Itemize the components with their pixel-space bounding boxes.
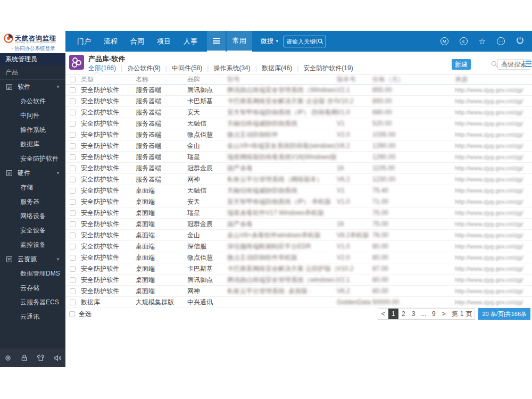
pinned-tab-common[interactable]: 常用 [227, 31, 252, 52]
cell-source-link-blurred[interactable]: http://www.zjyg.gov.cn/zjg/ [455, 265, 532, 272]
sidebar-item-办公软件[interactable]: 办公软件 [0, 94, 65, 109]
table-row[interactable]: 安全防护软件服务器端冠群金辰国产杀毒161105.00http://www.zj… [65, 163, 532, 174]
page-button-9[interactable]: 9 [429, 309, 439, 319]
row-checkbox[interactable] [70, 199, 76, 205]
m-circle-icon[interactable]: M [440, 37, 448, 45]
table-row[interactable]: 安全防护软件桌面端安天安天智甲终端防御系统（IP）·单机版V1.071.00ht… [65, 196, 532, 207]
sidebar-item-服务器[interactable]: 服务器 [0, 195, 65, 209]
page-button-2[interactable]: 2 [398, 309, 409, 319]
cell-source-link-blurred[interactable]: http://www.zjyg.gov.cn/zjg/ [455, 176, 532, 182]
nav-item-人事[interactable]: 人事 [179, 37, 202, 46]
table-row[interactable]: 安全防护软件服务器端腾讯御点腾讯御点终端安全管理系统（Windows版）V2.1… [65, 85, 532, 96]
sidebar-item-云通讯[interactable]: 云通讯 [0, 310, 65, 324]
row-checkbox[interactable] [70, 221, 76, 227]
current-role-label[interactable]: 系统管理员 [0, 53, 65, 65]
table-row[interactable]: 安全防护软件服务器端金山金山V8+终端安全系统防病毒(windows)网络版本V… [65, 140, 532, 152]
row-checkbox[interactable] [70, 110, 76, 115]
menu-hamburger-tab[interactable] [207, 31, 226, 52]
cell-source-link-blurred[interactable]: http://www.zjyg.gov.cn/zjg/ [455, 254, 532, 261]
row-checkbox[interactable] [70, 277, 76, 283]
nav-item-流程[interactable]: 流程 [99, 37, 122, 46]
sidebar-group-软件[interactable]: 软件▼ [0, 80, 65, 94]
row-checkbox[interactable] [70, 121, 76, 127]
tab-办公软件(9)[interactable]: 办公软件(9) [127, 64, 161, 73]
tab-全部(166)[interactable]: 全部(166) [88, 64, 116, 73]
sidebar-item-中间件[interactable]: 中间件 [0, 109, 65, 123]
table-row[interactable]: 安全防护软件服务器端卡巴斯基卡巴斯基网络安全解决方案·企业版 含中区服务器2年,… [65, 96, 532, 107]
table-row[interactable]: 安全防护软件服务器端网神私有云平台管理系统（网络版本）V6.21230.00ht… [65, 174, 532, 185]
tab-操作系统(34)[interactable]: 操作系统(34) [213, 64, 250, 73]
prev-page-button[interactable]: < [378, 309, 388, 319]
header-checkbox[interactable] [70, 77, 76, 82]
sidebar-item-云存储[interactable]: 云存储 [0, 281, 65, 295]
cell-source-link-blurred[interactable]: http://www.zjyg.gov.cn/zjg/ [455, 288, 532, 294]
cell-source-link-blurred[interactable]: http://www.zjyg.gov.cn/zjg/ [455, 143, 532, 149]
table-row[interactable]: 安全防护软件桌面端天融信天融信终端威胁防御系统V175.40http://www… [65, 185, 532, 196]
next-page-button[interactable]: > [439, 309, 449, 319]
row-checkbox[interactable] [70, 210, 76, 216]
cell-source-link-blurred[interactable]: http://www.zjyg.gov.cn/zjg/ [455, 109, 532, 115]
e-circle-icon[interactable]: e [460, 37, 468, 45]
tab-数据库(46)[interactable]: 数据库(46) [262, 64, 292, 73]
sidebar-item-安全设备[interactable]: 安全设备 [0, 223, 65, 238]
table-row[interactable]: 安全防护软件桌面端腾讯御点腾讯御点终端安全管理系统（windows）·V2.1V… [65, 275, 532, 286]
row-checkbox[interactable] [70, 255, 76, 261]
row-checkbox[interactable] [70, 300, 76, 305]
row-checkbox[interactable] [70, 266, 76, 272]
row-checkbox[interactable] [70, 288, 76, 294]
row-checkbox[interactable] [70, 98, 76, 104]
more-circle-icon[interactable]: ··· [497, 37, 505, 45]
sidebar-item-操作系统[interactable]: 操作系统 [0, 123, 65, 137]
sidebar-group-硬件[interactable]: 硬件▼ [0, 166, 65, 180]
cell-source-link-blurred[interactable]: http://www.zjyg.gov.cn/zjg/ [455, 210, 532, 216]
sidebar-item-监控设备[interactable]: 监控设备 [0, 238, 65, 252]
table-row[interactable]: 安全防护软件服务器端天融信天融信终端威胁防御系统V1520.00http://w… [65, 118, 532, 129]
table-row[interactable]: 安全防护软件服务器端瑞星瑞星网络版防病毒系统V16(Windows版)·网络版本… [65, 152, 532, 163]
row-checkbox[interactable] [70, 132, 76, 138]
cell-source-link-blurred[interactable]: http://www.zjyg.gov.cn/zjg/ [455, 187, 532, 194]
row-checkbox[interactable] [70, 177, 76, 182]
cell-source-link-blurred[interactable]: http://www.zjyg.gov.cn/zjg/ [455, 243, 532, 250]
select-all-checkbox[interactable] [69, 311, 75, 317]
new-button[interactable]: 新建 [452, 59, 471, 70]
list-view-icon[interactable] [523, 60, 531, 68]
sidebar-item-存储[interactable]: 存储 [0, 180, 65, 195]
cell-source-link-blurred[interactable]: http://www.zjyg.gov.cn/zjg/ [455, 87, 532, 93]
nav-item-门户[interactable]: 门户 [73, 37, 95, 46]
gear-icon[interactable] [4, 354, 12, 362]
cell-source-link-blurred[interactable]: http://www.zjyg.gov.cn/zjg/ [455, 232, 532, 238]
lock-icon[interactable] [21, 354, 28, 362]
table-row[interactable]: 安全防护软件服务器端安天安天智甲终端防御系统（IP）·防病毒网络版V1.0680… [65, 107, 532, 118]
row-checkbox[interactable] [70, 165, 76, 171]
table-row[interactable]: 安全防护软件桌面端冠群金辰国产杀毒1675.00http://www.zjyg.… [65, 219, 532, 230]
row-checkbox[interactable] [70, 232, 76, 238]
table-row[interactable]: 数据库大规模集群版中兴通讯GoldenData s...50000.00http… [65, 297, 532, 308]
speaker-icon[interactable] [54, 354, 62, 362]
cell-source-link-blurred[interactable]: http://www.zjyg.gov.cn/zjg/ [455, 154, 532, 160]
cell-source-link-blurred[interactable]: http://www.zjyg.gov.cn/zjg/ [455, 299, 532, 305]
nav-item-项目[interactable]: 项目 [153, 37, 175, 46]
shirt-icon[interactable] [37, 354, 45, 361]
table-row[interactable]: 安全防护软件桌面端金山金山V8+杀毒软件windows单机版V8.2单机版76.… [65, 230, 532, 241]
global-search-input[interactable] [286, 38, 318, 45]
star-icon[interactable]: ☆ [479, 37, 486, 45]
oa-login-link[interactable]: · 协同办公系统登录 [12, 45, 55, 52]
tab-安全防护软件(19)[interactable]: 安全防护软件(19) [303, 64, 353, 73]
cell-source-link-blurred[interactable]: http://www.zjyg.gov.cn/zjg/ [455, 165, 532, 171]
cell-source-link-blurred[interactable]: http://www.zjyg.gov.cn/zjg/ [455, 277, 532, 283]
table-search-input[interactable] [473, 60, 490, 69]
table-row[interactable]: 安全防护软件桌面端瑞星瑞星杀毒软件V17·Windows单机版75.00http… [65, 207, 532, 219]
sidebar-item-云服务器ECS[interactable]: 云服务器ECS [0, 295, 65, 310]
page-button-...[interactable]: ... [419, 309, 429, 319]
cell-source-link-blurred[interactable]: http://www.zjyg.gov.cn/zjg/ [455, 221, 532, 227]
cell-source-link-blurred[interactable]: http://www.zjyg.gov.cn/zjg/ [455, 120, 532, 127]
sidebar-item-数据管理DMS[interactable]: 数据管理DMS [0, 267, 65, 281]
cell-source-link-blurred[interactable]: http://www.zjyg.gov.cn/zjg/ [455, 131, 532, 138]
table-row[interactable]: 安全防护软件桌面端深信服深信服终端检测响应平台EDRV1.080.00http:… [65, 241, 532, 252]
table-row[interactable]: 安全防护软件桌面端网神私有云平台管理系统 ·桌面版 ·V6.280.00http… [65, 286, 532, 297]
sidebar-item-网络设备[interactable]: 网络设备 [0, 209, 65, 223]
search-scope-dropdown[interactable]: 微搜 ▼ [261, 37, 279, 46]
power-icon[interactable] [516, 36, 524, 46]
page-button-1[interactable]: 1 [388, 309, 398, 319]
page-button-3[interactable]: 3 [409, 309, 419, 319]
